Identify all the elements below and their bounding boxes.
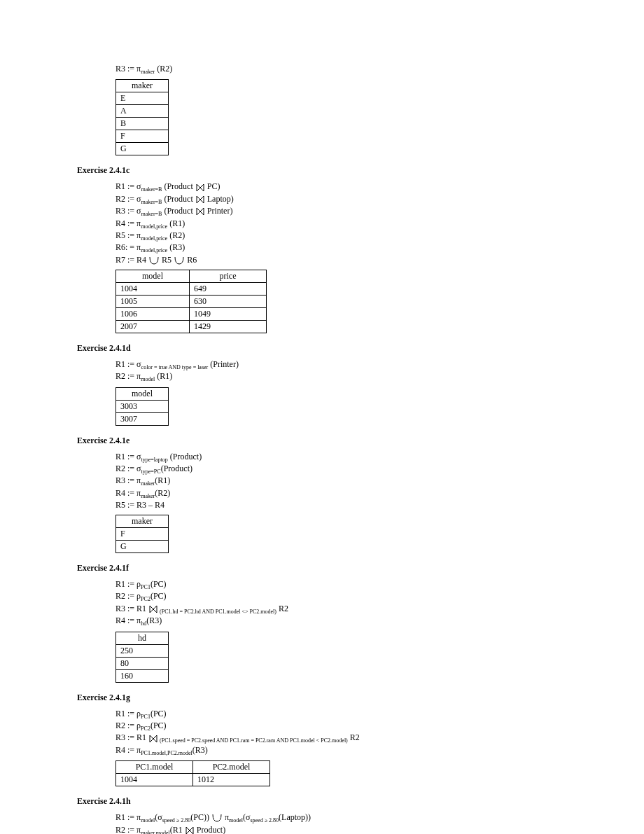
section-e: R1 := σtype=laptop (Product) R2 := σtype… xyxy=(115,452,567,554)
table-hd: hd 250 80 160 xyxy=(115,632,169,683)
formula: R2 := σmaker=B (Product Laptop) xyxy=(115,194,567,205)
th: price xyxy=(190,270,267,282)
union-icon xyxy=(149,256,159,265)
table-row: 10041012 xyxy=(116,774,270,786)
formula: R5 := R3 – R4 xyxy=(115,500,567,510)
table-row: E xyxy=(116,92,169,105)
formula: R2 := πmaker,model(R1 Product) xyxy=(115,825,567,834)
th: PC2.model xyxy=(193,761,270,774)
formula: R2 := ρPC2(PC) xyxy=(115,591,567,602)
table-row: 1004649 xyxy=(116,282,267,295)
union-icon xyxy=(212,814,222,822)
formula-r3: R3 := πmaker (R2) xyxy=(115,64,567,75)
join-icon xyxy=(149,605,158,613)
table-row: F xyxy=(116,130,169,143)
table-model-price: modelprice 1004649 1005630 10061049 2007… xyxy=(115,270,267,333)
formula: R2 := πmodel (R1) xyxy=(115,371,567,382)
formula: R4 := πhd(R3) xyxy=(115,616,567,627)
section-top: R3 := πmaker (R2) maker E A B F G xyxy=(115,64,567,155)
section-d: R1 := σcolor = true AND type = laser (Pr… xyxy=(115,359,567,426)
formula: R4 := πmaker(R2) xyxy=(115,488,567,499)
table-row: 20071429 xyxy=(116,320,267,333)
formula: R4 := πmodel,price (R1) xyxy=(115,218,567,230)
th-maker: maker xyxy=(116,80,169,92)
formula: R3 := πmaker(R1) xyxy=(115,475,567,487)
table-row: 1005630 xyxy=(116,295,267,307)
text: R3 := π xyxy=(115,64,141,74)
formula: R1 := σmaker=B (Product PC) xyxy=(115,181,567,193)
join-icon xyxy=(196,207,204,216)
formula: R2 := σtype=PC(Product) xyxy=(115,464,567,475)
formula: R2 := ρPC2(PC) xyxy=(115,721,567,732)
th: maker xyxy=(116,515,169,528)
heading-f: Exercise 2.4.1f xyxy=(77,563,567,574)
table-row: 3007 xyxy=(116,412,169,425)
table-row: 3003 xyxy=(116,400,169,412)
section-g: R1 := ρPC1(PC) R2 := ρPC2(PC) R3 := R1 (… xyxy=(115,709,567,787)
th: hd xyxy=(116,632,169,644)
text: (R2) xyxy=(155,64,172,74)
table-pcmodels: PC1.modelPC2.model 10041012 xyxy=(115,760,270,786)
table-row: F xyxy=(116,528,169,541)
formula: R3 := R1 (PC1.hd = PC2.hd AND PC1.model … xyxy=(115,604,567,615)
table-row: A xyxy=(116,105,169,118)
heading-c: Exercise 2.4.1c xyxy=(77,165,567,176)
table-row: 250 xyxy=(116,644,169,657)
section-c: R1 := σmaker=B (Product PC) R2 := σmaker… xyxy=(115,181,567,333)
subscript: maker xyxy=(141,69,155,75)
join-icon xyxy=(149,735,158,743)
join-icon xyxy=(186,826,194,834)
formula: R3 := R1 (PC1.speed = PC2.speed AND PC1.… xyxy=(115,732,567,744)
heading-e: Exercise 2.4.1e xyxy=(77,436,567,446)
table-row: B xyxy=(116,118,169,130)
formula: R6: = πmodel,price (R3) xyxy=(115,242,567,253)
formula: R4 := πPC1.model,PC2.model(R3) xyxy=(115,745,567,756)
table-row: G xyxy=(116,541,169,553)
table-model: model 3003 3007 xyxy=(115,387,169,426)
table-maker: maker E A B F G xyxy=(115,79,169,155)
formula: R1 := ρPC1(PC) xyxy=(115,709,567,720)
table-maker: maker F G xyxy=(115,515,169,553)
th: PC1.model xyxy=(116,761,193,774)
heading-g: Exercise 2.4.1g xyxy=(77,693,567,703)
table-row: G xyxy=(116,143,169,155)
table-row: 80 xyxy=(116,657,169,669)
formula: R1 := πmodel(σspeed ≥ 2.80(PC)) πmodel(σ… xyxy=(115,812,567,823)
formula: R1 := σcolor = true AND type = laser (Pr… xyxy=(115,359,567,370)
join-icon xyxy=(196,183,204,192)
heading-d: Exercise 2.4.1d xyxy=(77,343,567,354)
formula: R7 := R4 R5 R6 xyxy=(115,255,567,265)
heading-h: Exercise 2.4.1h xyxy=(77,796,567,807)
table-row: 10061049 xyxy=(116,307,267,320)
formula: R1 := ρPC1(PC) xyxy=(115,579,567,590)
section-f: R1 := ρPC1(PC) R2 := ρPC2(PC) R3 := R1 (… xyxy=(115,579,567,683)
section-h: R1 := πmodel(σspeed ≥ 2.80(PC)) πmodel(σ… xyxy=(115,812,567,834)
join-icon xyxy=(196,195,204,204)
union-icon xyxy=(174,256,184,265)
formula: R5 := πmodel,price (R2) xyxy=(115,230,567,242)
formula: R3 := σmaker=B (Product Printer) xyxy=(115,206,567,217)
table-row: 160 xyxy=(116,669,169,682)
formula: R1 := σtype=laptop (Product) xyxy=(115,452,567,463)
th: model xyxy=(116,270,190,282)
th: model xyxy=(116,387,169,400)
